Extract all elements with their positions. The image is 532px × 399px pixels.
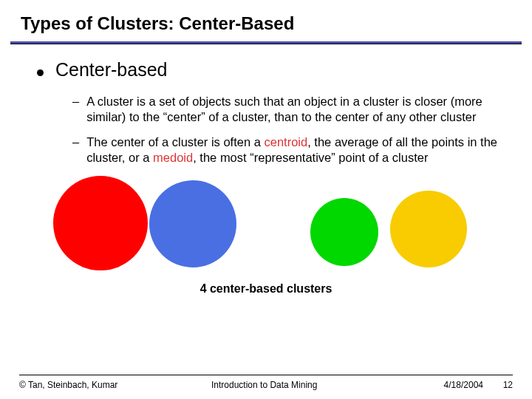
sub-item: – The center of a cluster is often a cen… (72, 134, 502, 165)
cluster-circle (390, 191, 467, 267)
sub-item: – A cluster is a set of objects such tha… (72, 94, 502, 124)
sub-text: A cluster is a set of objects such that … (86, 94, 502, 124)
text-fragment: The center of a cluster is often a (86, 135, 264, 149)
footer-title: Introduction to Data Mining (182, 380, 395, 390)
cluster-circle (149, 180, 236, 267)
cluster-circle (310, 198, 378, 266)
footer-row: © Tan, Steinbach, Kumar Introduction to … (19, 380, 513, 390)
bullet-label: Center-based (55, 59, 167, 81)
cluster-figure (37, 176, 495, 279)
footer-date: 4/18/2004 (395, 380, 483, 390)
figure-caption: 4 center-based clusters (0, 282, 532, 296)
footer-copyright: © Tan, Steinbach, Kumar (19, 380, 182, 390)
content-area: Center-based – A cluster is a set of obj… (0, 44, 532, 166)
sub-list: – A cluster is a set of objects such tha… (37, 94, 502, 166)
highlight-centroid: centroid (264, 135, 307, 149)
bullet-icon (37, 69, 44, 76)
text-fragment: , the most “representative” point of a c… (193, 151, 428, 164)
dash-icon: – (72, 134, 79, 165)
highlight-medoid: medoid (153, 151, 193, 164)
cluster-circle (53, 176, 148, 270)
sub-text: The center of a cluster is often a centr… (86, 134, 502, 165)
footer-rule (19, 375, 513, 375)
bullet-row: Center-based (37, 59, 502, 81)
footer-page: 12 (483, 380, 513, 390)
slide-title: Types of Clusters: Center-Based (0, 0, 532, 41)
footer: © Tan, Steinbach, Kumar Introduction to … (0, 375, 532, 390)
dash-icon: – (72, 94, 79, 124)
